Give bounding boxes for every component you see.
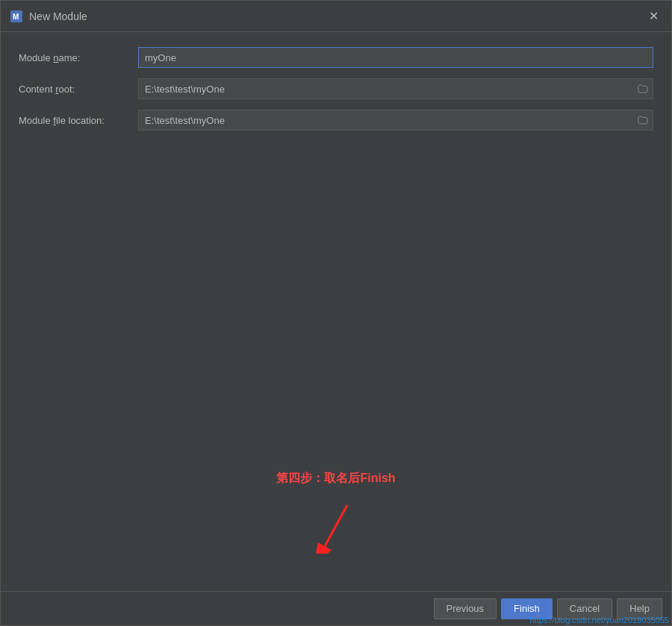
module-file-location-folder-button[interactable]: [635, 113, 650, 128]
content-root-input[interactable]: [138, 78, 653, 99]
module-name-row: Module name:: [19, 47, 653, 68]
content-root-folder-button[interactable]: [635, 81, 650, 96]
previous-button[interactable]: Previous: [434, 598, 497, 619]
content-root-row: Content root:: [19, 78, 653, 99]
dialog-window: M New Module ✕ Module name: Content root…: [0, 0, 672, 626]
module-name-label: Module name:: [19, 52, 138, 63]
svg-text:M: M: [13, 13, 19, 21]
module-icon: M: [10, 10, 23, 23]
module-name-input-wrapper: [138, 47, 653, 68]
arrow-icon: [314, 501, 358, 554]
content-root-input-wrapper: [138, 78, 653, 99]
watermark: https://blog.csdn.net/yuan2019035055: [529, 616, 669, 625]
svg-line-3: [325, 505, 347, 546]
module-name-input[interactable]: [138, 47, 653, 68]
content-root-label: Content root:: [19, 84, 138, 95]
module-file-location-label: Module file location:: [19, 115, 138, 126]
title-bar: M New Module ✕: [1, 1, 671, 32]
dialog-content: Module name: Content root:: [1, 32, 671, 591]
close-button[interactable]: ✕: [644, 7, 662, 25]
annotation-area: 第四步：取名后Finish: [19, 141, 653, 576]
window-title: New Module: [29, 10, 644, 22]
module-file-location-input[interactable]: [138, 110, 653, 131]
annotation-text: 第四步：取名后Finish: [276, 471, 395, 486]
module-file-location-row: Module file location:: [19, 110, 653, 131]
module-file-location-input-wrapper: [138, 110, 653, 131]
arrow-container: [314, 501, 358, 554]
